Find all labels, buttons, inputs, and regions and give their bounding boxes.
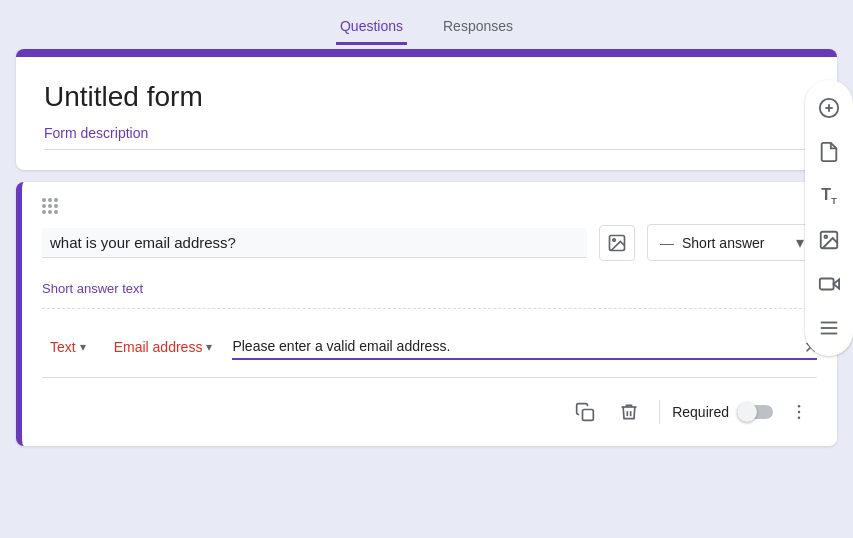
type-dropdown[interactable]: Text ▾ [42, 333, 94, 361]
tab-questions[interactable]: Questions [336, 10, 407, 45]
bottom-actions: Required [42, 386, 817, 430]
chevron-down-icon: ▾ [796, 233, 804, 252]
svg-point-4 [798, 411, 801, 414]
form-description[interactable]: Form description [44, 125, 809, 150]
required-label: Required [672, 404, 729, 420]
delete-button[interactable] [611, 394, 647, 430]
add-question-button[interactable] [809, 88, 849, 128]
condition-dropdown-label: Email address [114, 339, 203, 355]
import-questions-button[interactable] [809, 132, 849, 172]
more-options-button[interactable] [781, 394, 817, 430]
svg-point-1 [613, 238, 616, 241]
svg-point-5 [798, 417, 801, 420]
validation-row: Text ▾ Email address ▾ ✕ [42, 325, 817, 369]
required-toggle[interactable] [737, 402, 773, 422]
add-title-button[interactable]: TT [809, 176, 849, 216]
card-divider [42, 377, 817, 378]
type-selector-label: Short answer [682, 235, 788, 251]
question-top-row: — Short answer ▾ [42, 224, 817, 261]
add-image-sidebar-button[interactable] [809, 220, 849, 260]
form-title-card: Untitled form Form description [16, 49, 837, 170]
type-dropdown-label: Text [50, 339, 76, 355]
add-image-button[interactable] [599, 225, 635, 261]
drag-handle[interactable] [42, 198, 817, 214]
top-nav: Questions Responses [0, 0, 853, 45]
add-section-button[interactable] [809, 308, 849, 348]
question-input[interactable] [42, 228, 587, 258]
actions-divider [659, 400, 660, 424]
form-title: Untitled form [44, 81, 809, 113]
type-dropdown-arrow: ▾ [80, 340, 86, 354]
short-answer-preview: Short answer text [42, 277, 817, 309]
validation-input-wrapper: ✕ [232, 334, 817, 360]
type-selector-icon: — [660, 235, 674, 251]
question-input-wrapper [42, 228, 587, 258]
svg-rect-11 [820, 279, 834, 290]
condition-dropdown-arrow: ▾ [206, 340, 212, 354]
main-content: Untitled form Form description — [0, 49, 853, 446]
right-sidebar: TT [805, 80, 853, 356]
validation-error-input[interactable] [232, 334, 817, 360]
condition-dropdown[interactable]: Email address ▾ [106, 333, 221, 361]
add-video-button[interactable] [809, 264, 849, 304]
tab-responses[interactable]: Responses [439, 10, 517, 45]
toggle-thumb [737, 402, 757, 422]
svg-point-10 [824, 235, 827, 238]
type-selector[interactable]: — Short answer ▾ [647, 224, 817, 261]
svg-point-3 [798, 405, 801, 408]
question-card: — Short answer ▾ Short answer text Text … [16, 182, 837, 446]
svg-rect-2 [583, 410, 594, 421]
copy-button[interactable] [567, 394, 603, 430]
